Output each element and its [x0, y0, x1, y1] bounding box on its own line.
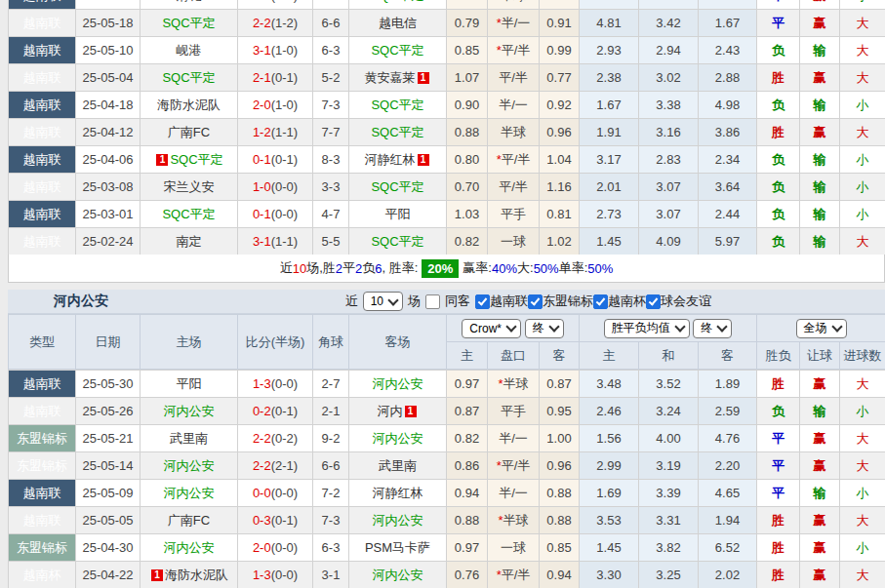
away-team-name: 越电信: [379, 16, 417, 30]
header-goals: 进球数: [840, 342, 885, 370]
halftime-score: (1-1): [271, 125, 298, 139]
match-row: 东盟锦标25-04-30河内公安2-0(0-0)6-3PSM马卡萨0.97一球0…: [9, 534, 885, 562]
eu-mean-select[interactable]: 胜平负均值: [604, 319, 690, 338]
match-row: 东盟锦标25-05-21武里南2-2(0-2)9-2河内公安0.82半/一1.0…: [9, 425, 885, 452]
handicap-cell: *平/半: [488, 562, 540, 588]
date-cell: 25-05-27: [76, 0, 141, 10]
header-wdl: 胜负: [757, 342, 800, 370]
away-team-cell: 越电信: [349, 10, 447, 37]
wdl-result-cell: 胜: [757, 371, 800, 398]
away-team-cell: 河内公安: [349, 371, 447, 398]
league-type-cell: 越南联: [9, 92, 76, 119]
handicap-result-cell-value: 赢: [814, 568, 826, 582]
fulltime-score: 0-0: [253, 486, 271, 500]
home-team-cell: 河内公安: [141, 452, 238, 480]
corner-cell: 5-5: [313, 228, 349, 255]
bookmaker-select[interactable]: Crow*: [462, 319, 521, 338]
handicap-result-cell-value: 赢: [814, 458, 826, 473]
club-friendly-label: 球会友谊: [661, 293, 711, 310]
date-cell: 25-05-09: [76, 480, 141, 507]
handicap-result-cell: 赢: [800, 64, 840, 92]
home-team-name: 海防水泥队: [165, 568, 228, 582]
match-row: 越南联25-03-08宋兰义安1-0(0-0)3-3SQC平定0.70平/半1.…: [9, 174, 885, 201]
card-badge: 1: [151, 569, 163, 581]
asean-championship-label: 东盟锦标: [543, 293, 593, 310]
away-team-name: SQC平定: [371, 98, 423, 112]
header-eu-draw: 和: [639, 342, 699, 370]
asean-championship-checkbox[interactable]: [528, 294, 543, 309]
match-row: 越南联25-04-12广南FC1-2(1-1)7-7SQC平定0.88半球0.9…: [9, 119, 885, 146]
date-cell: 25-05-26: [76, 398, 141, 425]
away-team-name: 河内: [378, 404, 403, 418]
away-team-name: SQC平定: [371, 125, 423, 139]
goals-result-cell-value: 小: [857, 540, 869, 555]
away-team-cell: 河内公安: [349, 562, 447, 588]
handicap-result-cell-value: 赢: [814, 0, 826, 3]
goals-result-cell: 大: [840, 425, 885, 452]
scope-select[interactable]: 全场: [796, 319, 847, 338]
handicap-result-cell: 输: [800, 480, 840, 507]
away-team-cell: SQC平定: [349, 0, 447, 10]
header-home: 主场: [141, 315, 238, 370]
ah-home-odds-cell: 0.97: [447, 371, 488, 398]
away-team-cell: SQC平定: [349, 228, 447, 255]
ah-home-odds-cell: 0.86: [447, 452, 488, 480]
eu-draw-odds-cell: 4.09: [639, 228, 699, 255]
ah-home-odds-cell: 0.82: [447, 425, 488, 452]
date-cell: 25-04-12: [76, 119, 141, 146]
wdl-result-cell: 胜: [757, 119, 800, 146]
wdl-result-cell-value: 胜: [772, 540, 784, 555]
eu-home-odds-cell: 2.93: [580, 37, 639, 64]
handicap-result-cell-value: 输: [814, 179, 826, 194]
handicap-cell: 半/一: [488, 92, 540, 119]
same-away-checkbox[interactable]: [425, 294, 440, 309]
handicap-cell: 半/一: [488, 480, 540, 507]
score-cell: 1-1(1-0): [238, 0, 313, 10]
home-team-name: 岘港: [177, 43, 202, 58]
handicap-cell: *平/半: [488, 452, 540, 480]
wdl-result-cell-value: 平: [772, 458, 784, 473]
ah-time-select[interactable]: 终: [525, 319, 564, 338]
wdl-result-cell-value: 平: [772, 431, 784, 446]
fulltime-score: 2-2: [253, 16, 271, 30]
eu-home-odds-cell: 1.56: [580, 425, 639, 452]
match-row: 越南联25-03-01SQC平定0-1(0-0)4-7平阳1.03平手0.812…: [9, 201, 885, 228]
eu-home-odds-cell: 2.73: [580, 201, 639, 228]
away-team-cell: 河内公安: [349, 425, 447, 452]
halftime-score: (0-0): [271, 568, 298, 582]
date-cell: 25-04-30: [76, 534, 141, 562]
halftime-score: (0-0): [271, 376, 298, 391]
ah-home-odds-cell: 0.82: [447, 228, 488, 255]
vn-cup-checkbox[interactable]: [593, 294, 608, 309]
corner-cell: 3-3: [313, 174, 349, 201]
summary-text: 大:: [517, 259, 534, 277]
score-cell: 0-0(0-0): [238, 480, 313, 507]
halftime-score: (0-1): [271, 152, 298, 167]
eu-draw-odds-cell: 3.02: [639, 64, 699, 92]
eu-away-odds-cell: 2.88: [699, 64, 757, 92]
win-rate-badge: 20%: [422, 259, 459, 278]
eu-away-odds-cell: 1.94: [699, 507, 757, 534]
ah-home-odds-cell: 0.87: [447, 398, 488, 425]
fulltime-score: 1-3: [253, 376, 271, 391]
club-friendly-checkbox[interactable]: [646, 294, 661, 309]
score-cell: 1-0(0-0): [238, 174, 313, 201]
wdl-result-cell: 负: [757, 228, 800, 255]
away-team-name: 河静红林: [365, 152, 416, 167]
wdl-result-cell-value: 胜: [772, 568, 784, 582]
date-cell: 25-05-21: [76, 425, 141, 452]
goals-result-cell: 大: [840, 119, 885, 146]
handicap-text: 半球: [501, 0, 526, 3]
away-team-name: 河内公安: [373, 513, 423, 528]
ah-home-odds-cell: 0.90: [447, 92, 488, 119]
vn-league-checkbox[interactable]: [475, 294, 490, 309]
eu-draw-odds-cell: 4.00: [639, 425, 699, 452]
eu-time-select[interactable]: 终: [693, 319, 732, 338]
team1-history-table: 越南联25-05-27清化1-1(1-0)2-3SQC平定0.90半球0.921…: [8, 0, 885, 255]
handicap-text: 一球: [501, 540, 526, 555]
recent-count-select[interactable]: 10: [363, 292, 403, 311]
home-team-name: 河内公安: [164, 404, 215, 418]
wdl-result-cell-value: 平: [772, 486, 784, 500]
home-team-cell: 广南FC: [141, 507, 238, 534]
ah-home-odds-cell: 0.70: [447, 174, 488, 201]
